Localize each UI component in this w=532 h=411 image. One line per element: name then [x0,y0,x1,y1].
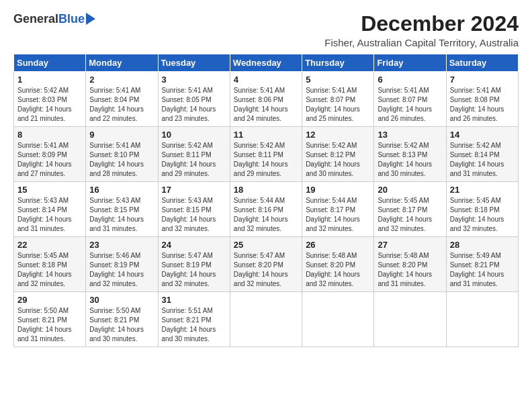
month-title: December 2024 [324,12,519,36]
table-row: 29 Sunrise: 5:50 AMSunset: 8:21 PMDaylig… [14,292,86,347]
col-sunday: Sunday [14,54,86,72]
table-row: 12 Sunrise: 5:42 AMSunset: 8:12 PMDaylig… [302,127,374,182]
calendar-week-row: 1 Sunrise: 5:42 AMSunset: 8:03 PMDayligh… [14,72,519,127]
day-info: Sunrise: 5:44 AMSunset: 8:17 PMDaylight:… [306,197,360,232]
table-row: 1 Sunrise: 5:42 AMSunset: 8:03 PMDayligh… [14,72,86,127]
day-number: 4 [234,75,298,85]
logo: GeneralBlue [13,12,95,26]
day-info: Sunrise: 5:42 AMSunset: 8:11 PMDaylight:… [162,142,216,177]
day-info: Sunrise: 5:42 AMSunset: 8:13 PMDaylight:… [378,142,432,177]
table-row: 28 Sunrise: 5:49 AMSunset: 8:21 PMDaylig… [446,237,518,292]
logo-general: General [13,12,58,26]
day-number: 3 [162,75,226,85]
col-saturday: Saturday [446,54,518,72]
table-row: 6 Sunrise: 5:41 AMSunset: 8:07 PMDayligh… [374,72,446,127]
day-info: Sunrise: 5:43 AMSunset: 8:15 PMDaylight:… [162,197,216,232]
day-info: Sunrise: 5:48 AMSunset: 8:20 PMDaylight:… [378,252,432,287]
day-number: 14 [450,130,515,140]
day-info: Sunrise: 5:42 AMSunset: 8:11 PMDaylight:… [234,142,288,177]
col-monday: Monday [86,54,158,72]
table-row: 30 Sunrise: 5:50 AMSunset: 8:21 PMDaylig… [86,292,158,347]
day-info: Sunrise: 5:41 AMSunset: 8:09 PMDaylight:… [17,142,72,177]
day-number: 11 [234,130,298,140]
day-info: Sunrise: 5:47 AMSunset: 8:19 PMDaylight:… [162,252,216,287]
header: GeneralBlue December 2024 Fisher, Austra… [13,12,519,48]
table-row: 14 Sunrise: 5:42 AMSunset: 8:14 PMDaylig… [446,127,518,182]
day-number: 20 [378,185,442,195]
table-row: 5 Sunrise: 5:41 AMSunset: 8:07 PMDayligh… [302,72,374,127]
location-title: Fisher, Australian Capital Territory, Au… [324,37,519,48]
day-info: Sunrise: 5:42 AMSunset: 8:03 PMDaylight:… [17,87,72,122]
calendar-week-row: 29 Sunrise: 5:50 AMSunset: 8:21 PMDaylig… [14,292,519,347]
logo-blue: Blue [58,12,85,26]
day-info: Sunrise: 5:43 AMSunset: 8:15 PMDaylight:… [89,197,144,232]
table-row: 15 Sunrise: 5:43 AMSunset: 8:14 PMDaylig… [14,182,86,237]
day-number: 12 [306,130,370,140]
calendar-table: Sunday Monday Tuesday Wednesday Thursday… [13,54,519,347]
day-number: 22 [17,240,82,250]
table-row: 24 Sunrise: 5:47 AMSunset: 8:19 PMDaylig… [158,237,230,292]
table-row [302,292,374,347]
day-number: 28 [450,240,515,250]
day-number: 2 [89,75,154,85]
day-info: Sunrise: 5:41 AMSunset: 8:04 PMDaylight:… [89,87,144,122]
day-info: Sunrise: 5:43 AMSunset: 8:14 PMDaylight:… [17,197,72,232]
table-row: 8 Sunrise: 5:41 AMSunset: 8:09 PMDayligh… [14,127,86,182]
day-number: 21 [450,185,515,195]
table-row: 23 Sunrise: 5:46 AMSunset: 8:19 PMDaylig… [86,237,158,292]
table-row: 2 Sunrise: 5:41 AMSunset: 8:04 PMDayligh… [86,72,158,127]
day-number: 15 [17,185,82,195]
day-number: 29 [17,295,82,305]
day-number: 25 [234,240,298,250]
col-wednesday: Wednesday [230,54,302,72]
table-row: 4 Sunrise: 5:41 AMSunset: 8:06 PMDayligh… [230,72,302,127]
table-row: 10 Sunrise: 5:42 AMSunset: 8:11 PMDaylig… [158,127,230,182]
table-row: 7 Sunrise: 5:41 AMSunset: 8:08 PMDayligh… [446,72,518,127]
day-number: 17 [162,185,226,195]
day-info: Sunrise: 5:45 AMSunset: 8:18 PMDaylight:… [17,252,72,287]
day-number: 6 [378,75,442,85]
table-row: 16 Sunrise: 5:43 AMSunset: 8:15 PMDaylig… [86,182,158,237]
day-number: 24 [162,240,226,250]
day-number: 13 [378,130,442,140]
day-info: Sunrise: 5:49 AMSunset: 8:21 PMDaylight:… [450,252,504,287]
day-number: 10 [162,130,226,140]
day-number: 30 [89,295,154,305]
day-info: Sunrise: 5:50 AMSunset: 8:21 PMDaylight:… [17,307,72,342]
day-info: Sunrise: 5:44 AMSunset: 8:16 PMDaylight:… [234,197,288,232]
day-number: 9 [89,130,154,140]
table-row [230,292,302,347]
day-number: 16 [89,185,154,195]
day-info: Sunrise: 5:41 AMSunset: 8:07 PMDaylight:… [306,87,360,122]
table-row: 18 Sunrise: 5:44 AMSunset: 8:16 PMDaylig… [230,182,302,237]
day-number: 31 [162,295,226,305]
day-info: Sunrise: 5:51 AMSunset: 8:21 PMDaylight:… [162,307,216,342]
page: GeneralBlue December 2024 Fisher, Austra… [0,0,532,354]
calendar-week-row: 15 Sunrise: 5:43 AMSunset: 8:14 PMDaylig… [14,182,519,237]
day-info: Sunrise: 5:50 AMSunset: 8:21 PMDaylight:… [89,307,144,342]
day-info: Sunrise: 5:46 AMSunset: 8:19 PMDaylight:… [89,252,144,287]
col-tuesday: Tuesday [158,54,230,72]
table-row: 27 Sunrise: 5:48 AMSunset: 8:20 PMDaylig… [374,237,446,292]
day-number: 27 [378,240,442,250]
calendar-week-row: 22 Sunrise: 5:45 AMSunset: 8:18 PMDaylig… [14,237,519,292]
logo-text: GeneralBlue [13,12,95,26]
day-info: Sunrise: 5:41 AMSunset: 8:05 PMDaylight:… [162,87,216,122]
day-info: Sunrise: 5:42 AMSunset: 8:14 PMDaylight:… [450,142,504,177]
day-info: Sunrise: 5:48 AMSunset: 8:20 PMDaylight:… [306,252,360,287]
day-number: 26 [306,240,370,250]
day-number: 18 [234,185,298,195]
table-row: 9 Sunrise: 5:41 AMSunset: 8:10 PMDayligh… [86,127,158,182]
table-row: 26 Sunrise: 5:48 AMSunset: 8:20 PMDaylig… [302,237,374,292]
col-friday: Friday [374,54,446,72]
calendar-header-row: Sunday Monday Tuesday Wednesday Thursday… [14,54,519,72]
table-row: 21 Sunrise: 5:45 AMSunset: 8:18 PMDaylig… [446,182,518,237]
calendar-week-row: 8 Sunrise: 5:41 AMSunset: 8:09 PMDayligh… [14,127,519,182]
calendar-body: 1 Sunrise: 5:42 AMSunset: 8:03 PMDayligh… [14,72,519,347]
day-info: Sunrise: 5:45 AMSunset: 8:17 PMDaylight:… [378,197,432,232]
title-block: December 2024 Fisher, Australian Capital… [324,12,519,48]
day-info: Sunrise: 5:42 AMSunset: 8:12 PMDaylight:… [306,142,360,177]
table-row: 19 Sunrise: 5:44 AMSunset: 8:17 PMDaylig… [302,182,374,237]
day-info: Sunrise: 5:41 AMSunset: 8:06 PMDaylight:… [234,87,288,122]
col-thursday: Thursday [302,54,374,72]
